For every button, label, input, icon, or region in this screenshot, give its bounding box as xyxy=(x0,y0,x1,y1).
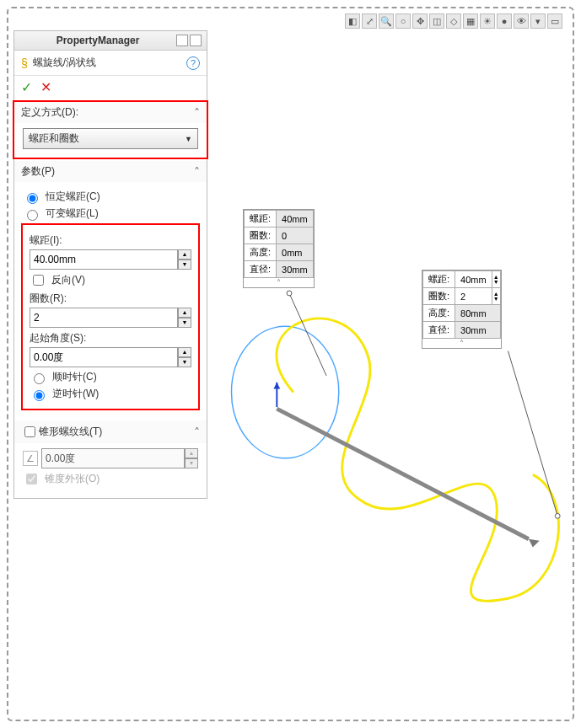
callout-end[interactable]: 螺距: 40mm ▲▼ 圈数: 2 ▲▼ 高度:80mm 直径:30mm ˄ xyxy=(422,270,502,349)
pm-feature-name: 螺旋线/涡状线 xyxy=(33,56,96,70)
radio-cw-label: 顺时针(C) xyxy=(52,370,97,384)
leader-2 xyxy=(508,351,557,517)
radio-ccw[interactable] xyxy=(34,390,45,401)
confirm-bar: ✓ ✕ xyxy=(14,76,207,99)
angle-up-button[interactable]: ▲ xyxy=(178,347,191,357)
section-icon[interactable]: ◫ xyxy=(429,13,444,29)
leader-1-handle[interactable] xyxy=(287,291,292,296)
taper-outward-checkbox xyxy=(26,474,37,484)
definition-combo[interactable]: 螺距和圈数 ▼ xyxy=(23,128,198,149)
ok-button[interactable]: ✓ xyxy=(21,79,32,95)
axis-end-icon xyxy=(529,539,540,548)
leader-2-handle[interactable] xyxy=(555,513,560,518)
start-angle-spinner: ▲▼ xyxy=(30,347,191,367)
pan-icon[interactable]: ✥ xyxy=(412,13,428,29)
c2-dia-val: 30mm xyxy=(455,322,501,339)
pitch-input[interactable] xyxy=(30,249,178,270)
tapered-label: 锥形螺纹线(T) xyxy=(39,425,194,439)
chevron-up-icon[interactable]: ˄ xyxy=(244,278,314,287)
radio-constant-label: 恒定螺距(C) xyxy=(46,190,100,204)
c1-rev-val: 0 xyxy=(277,228,314,244)
radio-variable-label: 可变螺距(L) xyxy=(46,206,99,221)
c2-pitch-spin[interactable]: ▲▼ xyxy=(492,271,500,288)
appearance-icon[interactable]: ● xyxy=(497,13,512,29)
c1-pitch-val: 40mm xyxy=(277,211,314,228)
start-angle-input[interactable] xyxy=(30,347,178,367)
pm-pin-icon[interactable] xyxy=(190,35,202,46)
c1-pitch-label: 螺距: xyxy=(245,211,277,228)
rev-up-button[interactable]: ▲ xyxy=(178,308,191,318)
c1-height-label: 高度: xyxy=(245,244,277,261)
cancel-button[interactable]: ✕ xyxy=(40,79,51,95)
tapered-header[interactable]: 锥形螺纹线(T) ˄ xyxy=(14,420,207,443)
rev-down-button[interactable]: ▼ xyxy=(178,318,191,328)
hide-show-icon[interactable]: 👁 xyxy=(514,13,529,29)
start-circle xyxy=(231,326,338,458)
revolutions-spinner: ▲▼ xyxy=(30,308,191,328)
pm-options-icon[interactable] xyxy=(176,35,188,46)
chevron-up-icon[interactable]: ˄ xyxy=(422,339,501,348)
pitch-variable-radio[interactable]: 可变螺距(L) xyxy=(23,206,198,221)
params-label: 参数(P) xyxy=(21,164,55,179)
axis-rod xyxy=(277,409,529,539)
radio-variable[interactable] xyxy=(27,210,38,221)
c2-dia-label: 直径: xyxy=(423,322,455,339)
c1-rev-label: 圈数: xyxy=(245,228,277,244)
params-header[interactable]: 参数(P) ˄ xyxy=(14,161,207,182)
pm-title-text: PropertyManager xyxy=(19,35,176,46)
taper-outward-check: 锥度外张(O) xyxy=(23,471,198,487)
zoom-fit-icon[interactable]: ⤢ xyxy=(362,13,377,29)
radio-constant[interactable] xyxy=(27,193,38,204)
definition-header[interactable]: 定义方式(D): ˄ xyxy=(14,102,207,123)
dropdown-icon[interactable]: ▾ xyxy=(530,13,546,29)
start-angle-label: 起始角度(S): xyxy=(30,331,191,345)
callout-start[interactable]: 螺距:40mm 圈数:0 高度:0mm 直径:30mm ˄ xyxy=(243,209,315,288)
view-toolbar: ◧ ⤢ 🔍 ○ ✥ ◫ ◇ ▦ ☀ ● 👁 ▾ ▭ xyxy=(345,13,562,29)
pitch-label: 螺距(I): xyxy=(30,233,191,248)
revolutions-input[interactable] xyxy=(30,308,178,328)
helix-preview-svg xyxy=(211,30,566,713)
c2-height-label: 高度: xyxy=(423,305,455,322)
chevron-up-icon: ˄ xyxy=(194,106,200,120)
display-style-icon[interactable]: ▦ xyxy=(463,13,478,29)
pitch-down-button[interactable]: ▼ xyxy=(178,260,191,270)
magnify-icon[interactable]: ○ xyxy=(395,13,411,29)
c2-rev-spin[interactable]: ▲▼ xyxy=(492,288,500,305)
pitch-up-button[interactable]: ▲ xyxy=(178,249,191,260)
c2-height-val: 80mm xyxy=(455,305,501,322)
cw-radio[interactable]: 顺时针(C) xyxy=(30,370,191,384)
helix-icon: § xyxy=(21,56,28,70)
chevron-up-icon: ˄ xyxy=(194,426,200,439)
triad-z-arrow-icon xyxy=(273,383,280,389)
view-mode-icon[interactable]: ◧ xyxy=(345,13,360,29)
ccw-radio[interactable]: 逆时针(W) xyxy=(30,387,191,401)
tapered-checkbox[interactable] xyxy=(24,426,35,437)
definition-combo-value: 螺距和圈数 xyxy=(29,131,79,146)
chevron-up-icon: ˄ xyxy=(194,165,200,179)
angle-down-button[interactable]: ▼ xyxy=(178,357,191,367)
c2-rev-val[interactable]: 2 xyxy=(455,288,492,305)
zoom-area-icon[interactable]: 🔍 xyxy=(379,13,394,29)
c2-pitch-val[interactable]: 40mm xyxy=(455,271,492,288)
revolutions-label: 圈数(R): xyxy=(30,292,191,306)
help-icon[interactable]: ? xyxy=(186,56,200,70)
helix-curve xyxy=(277,318,559,601)
pitch-constant-radio[interactable]: 恒定螺距(C) xyxy=(23,190,198,204)
radio-ccw-label: 逆时针(W) xyxy=(52,387,99,401)
definition-highlight: 定义方式(D): ˄ 螺距和圈数 ▼ xyxy=(13,100,208,159)
reverse-checkbox[interactable] xyxy=(33,275,44,286)
radio-cw[interactable] xyxy=(34,373,45,384)
reverse-check[interactable]: 反向(V) xyxy=(30,272,191,288)
scene-icon[interactable]: ☀ xyxy=(480,13,495,29)
taper-angle-input xyxy=(41,448,185,468)
leader-1 xyxy=(289,293,326,376)
collapse-icon[interactable]: ▭ xyxy=(547,13,562,29)
c1-dia-label: 直径: xyxy=(245,261,277,278)
pm-feature-header: § 螺旋线/涡状线 ? xyxy=(14,51,207,76)
graphics-viewport[interactable] xyxy=(211,30,566,713)
property-manager-panel: PropertyManager § 螺旋线/涡状线 ? ✓ ✕ 定义方式(D):… xyxy=(13,30,207,499)
angle-icon: ∠ xyxy=(23,451,38,466)
params-highlight: 螺距(I): ▲▼ 反向(V) 圈数(R): ▲▼ 起始角度(S): ▲▼ 顺时 xyxy=(21,223,200,410)
reverse-label: 反向(V) xyxy=(51,273,85,287)
orientation-icon[interactable]: ◇ xyxy=(446,13,461,29)
